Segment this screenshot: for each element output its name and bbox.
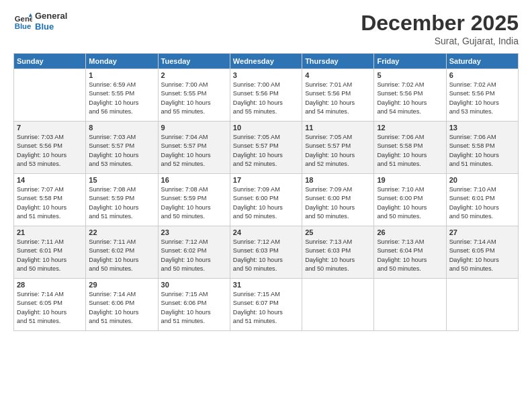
calendar-table: Sunday Monday Tuesday Wednesday Thursday… bbox=[13, 53, 519, 331]
day-info: Sunrise: 7:10 AM Sunset: 6:01 PM Dayligh… bbox=[449, 185, 515, 221]
day-number: 28 bbox=[17, 281, 83, 289]
day-info: Sunrise: 7:03 AM Sunset: 5:56 PM Dayligh… bbox=[17, 133, 83, 169]
header: General Blue General Blue December 2025 … bbox=[13, 11, 519, 46]
day-info: Sunrise: 7:02 AM Sunset: 5:56 PM Dayligh… bbox=[377, 81, 443, 116]
day-number: 27 bbox=[449, 228, 515, 236]
day-info: Sunrise: 7:05 AM Sunset: 5:57 PM Dayligh… bbox=[233, 133, 299, 169]
calendar-cell: 5Sunrise: 7:02 AM Sunset: 5:56 PM Daylig… bbox=[374, 69, 446, 122]
calendar-cell: 27Sunrise: 7:14 AM Sunset: 6:05 PM Dayli… bbox=[446, 226, 518, 279]
calendar-cell: 8Sunrise: 7:03 AM Sunset: 5:57 PM Daylig… bbox=[86, 122, 158, 174]
calendar-cell: 24Sunrise: 7:12 AM Sunset: 6:03 PM Dayli… bbox=[230, 226, 302, 279]
day-info: Sunrise: 7:11 AM Sunset: 6:02 PM Dayligh… bbox=[89, 238, 154, 273]
day-info: Sunrise: 7:04 AM Sunset: 5:57 PM Dayligh… bbox=[161, 133, 227, 169]
title-block: December 2025 Surat, Gujarat, India bbox=[361, 11, 519, 46]
day-number: 2 bbox=[161, 71, 227, 79]
day-info: Sunrise: 7:07 AM Sunset: 5:58 PM Dayligh… bbox=[17, 185, 83, 221]
day-info: Sunrise: 7:12 AM Sunset: 6:03 PM Dayligh… bbox=[233, 238, 299, 273]
day-number: 29 bbox=[89, 281, 154, 289]
day-number: 19 bbox=[377, 176, 443, 184]
day-number: 21 bbox=[17, 228, 83, 236]
day-number: 30 bbox=[161, 281, 227, 289]
svg-text:Blue: Blue bbox=[15, 21, 32, 30]
day-info: Sunrise: 7:02 AM Sunset: 5:56 PM Dayligh… bbox=[449, 81, 515, 116]
day-number: 11 bbox=[305, 124, 371, 132]
calendar-cell: 18Sunrise: 7:09 AM Sunset: 6:00 PM Dayli… bbox=[302, 174, 374, 226]
day-info: Sunrise: 7:08 AM Sunset: 5:59 PM Dayligh… bbox=[161, 185, 227, 221]
day-number: 16 bbox=[161, 176, 227, 184]
day-number: 15 bbox=[89, 176, 154, 184]
calendar-cell: 14Sunrise: 7:07 AM Sunset: 5:58 PM Dayli… bbox=[14, 174, 86, 226]
day-info: Sunrise: 7:13 AM Sunset: 6:03 PM Dayligh… bbox=[305, 238, 371, 273]
day-info: Sunrise: 7:06 AM Sunset: 5:58 PM Dayligh… bbox=[377, 133, 443, 169]
day-number: 1 bbox=[89, 71, 154, 79]
calendar-week-2: 7Sunrise: 7:03 AM Sunset: 5:56 PM Daylig… bbox=[14, 122, 519, 174]
calendar-cell bbox=[302, 279, 374, 331]
day-info: Sunrise: 7:01 AM Sunset: 5:56 PM Dayligh… bbox=[305, 81, 371, 116]
col-thursday: Thursday bbox=[302, 54, 374, 69]
day-number: 13 bbox=[449, 124, 515, 132]
calendar-cell: 1Sunrise: 6:59 AM Sunset: 5:55 PM Daylig… bbox=[86, 69, 158, 122]
calendar-cell: 2Sunrise: 7:00 AM Sunset: 5:55 PM Daylig… bbox=[158, 69, 230, 122]
calendar-cell: 28Sunrise: 7:14 AM Sunset: 6:05 PM Dayli… bbox=[14, 279, 86, 331]
calendar-cell: 19Sunrise: 7:10 AM Sunset: 6:00 PM Dayli… bbox=[374, 174, 446, 226]
logo: General Blue General Blue bbox=[13, 11, 67, 32]
col-saturday: Saturday bbox=[446, 54, 518, 69]
calendar-cell: 26Sunrise: 7:13 AM Sunset: 6:04 PM Dayli… bbox=[374, 226, 446, 279]
day-info: Sunrise: 7:00 AM Sunset: 5:55 PM Dayligh… bbox=[161, 81, 227, 116]
logo-icon: General Blue bbox=[13, 12, 32, 31]
calendar-cell: 23Sunrise: 7:12 AM Sunset: 6:02 PM Dayli… bbox=[158, 226, 230, 279]
day-info: Sunrise: 7:03 AM Sunset: 5:57 PM Dayligh… bbox=[89, 133, 154, 169]
calendar-cell: 15Sunrise: 7:08 AM Sunset: 5:59 PM Dayli… bbox=[86, 174, 158, 226]
day-number: 24 bbox=[233, 228, 299, 236]
calendar-week-5: 28Sunrise: 7:14 AM Sunset: 6:05 PM Dayli… bbox=[14, 279, 519, 331]
col-friday: Friday bbox=[374, 54, 446, 69]
calendar-container: General Blue General Blue December 2025 … bbox=[0, 0, 532, 338]
calendar-cell: 10Sunrise: 7:05 AM Sunset: 5:57 PM Dayli… bbox=[230, 122, 302, 174]
calendar-cell: 31Sunrise: 7:15 AM Sunset: 6:07 PM Dayli… bbox=[230, 279, 302, 331]
calendar-cell: 29Sunrise: 7:14 AM Sunset: 6:06 PM Dayli… bbox=[86, 279, 158, 331]
calendar-cell: 3Sunrise: 7:00 AM Sunset: 5:56 PM Daylig… bbox=[230, 69, 302, 122]
day-number: 12 bbox=[377, 124, 443, 132]
day-number: 17 bbox=[233, 176, 299, 184]
calendar-week-4: 21Sunrise: 7:11 AM Sunset: 6:01 PM Dayli… bbox=[14, 226, 519, 279]
day-info: Sunrise: 7:05 AM Sunset: 5:57 PM Dayligh… bbox=[305, 133, 371, 169]
calendar-cell: 11Sunrise: 7:05 AM Sunset: 5:57 PM Dayli… bbox=[302, 122, 374, 174]
day-number: 3 bbox=[233, 71, 299, 79]
day-number: 18 bbox=[305, 176, 371, 184]
day-info: Sunrise: 7:15 AM Sunset: 6:07 PM Dayligh… bbox=[233, 290, 299, 326]
calendar-cell: 25Sunrise: 7:13 AM Sunset: 6:03 PM Dayli… bbox=[302, 226, 374, 279]
day-number: 22 bbox=[89, 228, 154, 236]
day-number: 4 bbox=[305, 71, 371, 79]
logo-line1: General bbox=[35, 11, 67, 21]
calendar-cell bbox=[446, 279, 518, 331]
col-monday: Monday bbox=[86, 54, 158, 69]
calendar-cell: 9Sunrise: 7:04 AM Sunset: 5:57 PM Daylig… bbox=[158, 122, 230, 174]
day-number: 31 bbox=[233, 281, 299, 289]
calendar-cell: 7Sunrise: 7:03 AM Sunset: 5:56 PM Daylig… bbox=[14, 122, 86, 174]
calendar-cell: 6Sunrise: 7:02 AM Sunset: 5:56 PM Daylig… bbox=[446, 69, 518, 122]
calendar-cell: 12Sunrise: 7:06 AM Sunset: 5:58 PM Dayli… bbox=[374, 122, 446, 174]
calendar-cell bbox=[14, 69, 86, 122]
day-number: 5 bbox=[377, 71, 443, 79]
day-number: 10 bbox=[233, 124, 299, 132]
day-number: 6 bbox=[449, 71, 515, 79]
calendar-cell: 13Sunrise: 7:06 AM Sunset: 5:58 PM Dayli… bbox=[446, 122, 518, 174]
month-title: December 2025 bbox=[361, 11, 519, 36]
day-number: 7 bbox=[17, 124, 83, 132]
calendar-cell: 21Sunrise: 7:11 AM Sunset: 6:01 PM Dayli… bbox=[14, 226, 86, 279]
day-info: Sunrise: 6:59 AM Sunset: 5:55 PM Dayligh… bbox=[89, 81, 154, 116]
day-info: Sunrise: 7:14 AM Sunset: 6:05 PM Dayligh… bbox=[17, 290, 83, 326]
logo-line2: Blue bbox=[35, 21, 67, 32]
calendar-cell bbox=[374, 279, 446, 331]
col-wednesday: Wednesday bbox=[230, 54, 302, 69]
day-info: Sunrise: 7:14 AM Sunset: 6:06 PM Dayligh… bbox=[89, 290, 154, 326]
day-number: 23 bbox=[161, 228, 227, 236]
day-info: Sunrise: 7:14 AM Sunset: 6:05 PM Dayligh… bbox=[449, 238, 515, 273]
calendar-week-3: 14Sunrise: 7:07 AM Sunset: 5:58 PM Dayli… bbox=[14, 174, 519, 226]
calendar-cell: 30Sunrise: 7:15 AM Sunset: 6:06 PM Dayli… bbox=[158, 279, 230, 331]
day-info: Sunrise: 7:11 AM Sunset: 6:01 PM Dayligh… bbox=[17, 238, 83, 273]
header-row: Sunday Monday Tuesday Wednesday Thursday… bbox=[14, 54, 519, 69]
location-subtitle: Surat, Gujarat, India bbox=[361, 36, 519, 46]
day-info: Sunrise: 7:12 AM Sunset: 6:02 PM Dayligh… bbox=[161, 238, 227, 273]
day-number: 20 bbox=[449, 176, 515, 184]
